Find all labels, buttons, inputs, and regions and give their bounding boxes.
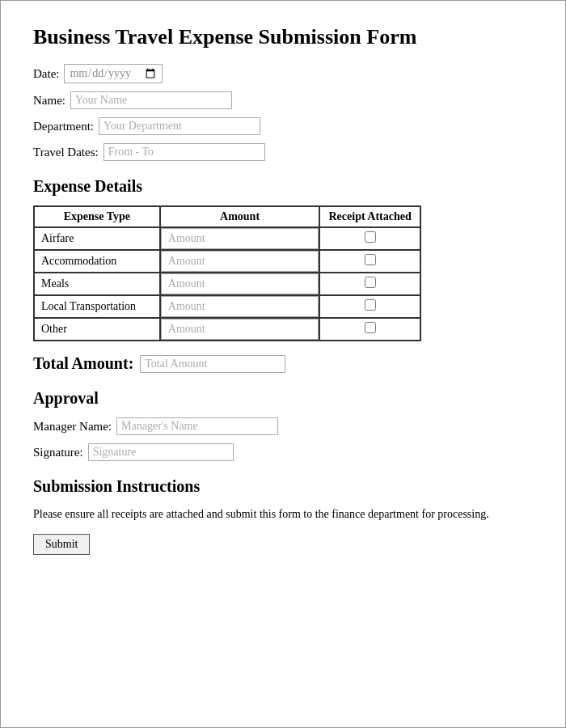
amount-input-0[interactable]	[161, 228, 319, 249]
expense-type-cell: Accommodation	[34, 250, 160, 273]
col-receipt: Receipt Attached	[319, 206, 420, 227]
receipt-cell	[319, 250, 420, 273]
expense-type-cell: Airfare	[34, 227, 160, 250]
submission-instructions-text: Please ensure all receipts are attached …	[33, 506, 533, 523]
table-row: Other	[34, 318, 420, 341]
amount-input-2[interactable]	[161, 273, 319, 294]
travel-dates-row: Travel Dates:	[33, 143, 533, 161]
amount-input-3[interactable]	[161, 296, 319, 317]
submit-button[interactable]: Submit	[33, 534, 90, 555]
manager-name-label: Manager Name:	[33, 420, 112, 434]
amount-cell	[160, 273, 319, 295]
name-input[interactable]	[70, 91, 232, 109]
receipt-cell	[319, 295, 420, 318]
date-row: Date:	[33, 64, 533, 83]
receipt-cell	[319, 227, 420, 250]
receipt-checkbox-2[interactable]	[365, 277, 376, 288]
signature-label: Signature:	[33, 446, 83, 459]
travel-dates-input[interactable]	[103, 143, 265, 161]
submission-heading: Submission Instructions	[33, 477, 533, 496]
total-input[interactable]	[140, 355, 285, 373]
approval-heading: Approval	[33, 389, 533, 408]
amount-cell	[160, 318, 319, 341]
date-input[interactable]	[64, 64, 163, 83]
receipt-cell	[319, 273, 420, 295]
expense-details-heading: Expense Details	[33, 177, 533, 196]
name-row: Name:	[33, 91, 533, 109]
table-row: Meals	[34, 273, 420, 295]
total-row: Total Amount:	[33, 354, 533, 373]
col-amount: Amount	[160, 206, 319, 227]
form-title: Business Travel Expense Submission Form	[33, 25, 533, 49]
name-label: Name:	[33, 94, 65, 108]
table-row: Airfare	[34, 227, 420, 250]
department-input[interactable]	[99, 117, 260, 135]
amount-input-1[interactable]	[161, 251, 319, 272]
receipt-checkbox-4[interactable]	[365, 322, 376, 333]
amount-cell	[160, 295, 319, 318]
receipt-checkbox-1[interactable]	[365, 254, 376, 265]
travel-dates-label: Travel Dates:	[33, 146, 99, 159]
expense-table: Expense Type Amount Receipt Attached Air…	[33, 205, 421, 341]
expense-type-cell: Meals	[34, 273, 160, 295]
amount-cell	[160, 227, 319, 250]
manager-name-input[interactable]	[116, 417, 278, 435]
department-row: Department:	[33, 117, 533, 135]
receipt-checkbox-0[interactable]	[365, 231, 376, 243]
signature-row: Signature:	[33, 443, 533, 461]
total-label: Total Amount:	[33, 354, 133, 373]
form-container: Business Travel Expense Submission Form …	[0, 0, 566, 728]
amount-cell	[160, 250, 319, 273]
signature-input[interactable]	[88, 443, 234, 461]
expense-type-cell: Local Transportation	[34, 295, 160, 318]
table-row: Local Transportation	[34, 295, 420, 318]
manager-name-row: Manager Name:	[33, 417, 533, 435]
expense-type-cell: Other	[34, 318, 160, 341]
col-expense-type: Expense Type	[34, 206, 160, 227]
receipt-cell	[319, 318, 420, 341]
receipt-checkbox-3[interactable]	[365, 299, 376, 311]
table-row: Accommodation	[34, 250, 420, 273]
amount-input-4[interactable]	[161, 319, 319, 340]
date-label: Date:	[33, 67, 59, 81]
department-label: Department:	[33, 120, 94, 133]
